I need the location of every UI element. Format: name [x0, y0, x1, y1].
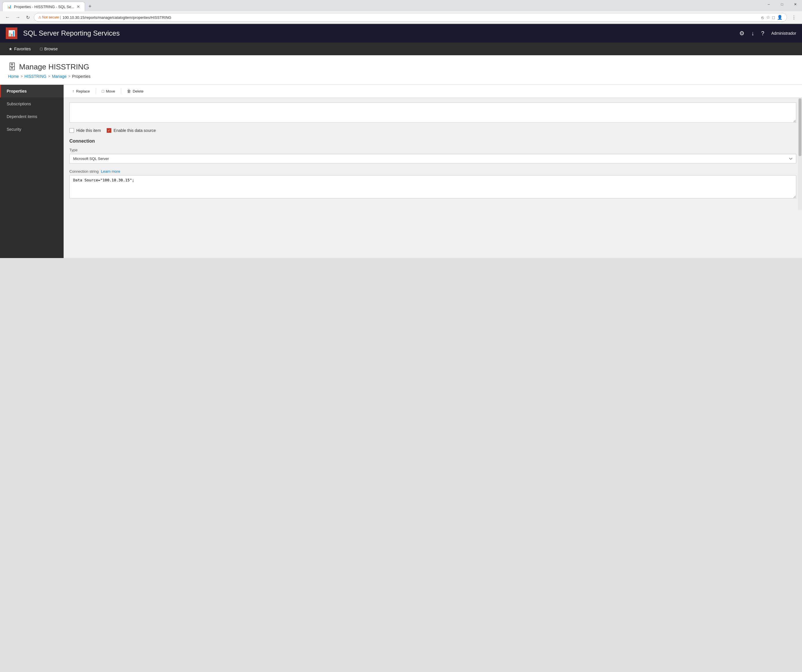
breadcrumb-manage[interactable]: Manage: [52, 74, 67, 79]
connection-string-label-row: Connection string Learn more: [70, 169, 796, 173]
type-form-group: Type Microsoft SQL Server Microsoft Azur…: [70, 148, 796, 164]
connection-string-label: Connection string: [70, 169, 99, 173]
maximize-button[interactable]: □: [775, 0, 789, 9]
content-wrapper: Hide this item ✓ Enable this data source…: [64, 98, 802, 210]
description-textarea[interactable]: [70, 102, 796, 123]
hide-item-label: Hide this item: [76, 128, 101, 133]
tab-close-icon[interactable]: ✕: [77, 4, 80, 9]
security-warning: ⚠ Not secure |: [38, 15, 61, 19]
sidebar-item-dependent-items[interactable]: Dependent items: [0, 110, 64, 123]
minimize-button[interactable]: –: [762, 0, 775, 9]
tab-title: Properties - HISSTRING - SQL Se...: [14, 5, 74, 9]
hide-item-checkbox-label[interactable]: Hide this item: [70, 128, 101, 133]
page-title: Manage HISSTRING: [19, 63, 89, 71]
address-bar[interactable]: ⚠ Not secure | 100.10.30.15/reports/mana…: [34, 13, 787, 22]
delete-icon: 🗑: [127, 89, 131, 94]
connection-string-textarea[interactable]: [70, 175, 796, 198]
browse-icon: □: [40, 47, 42, 51]
active-tab[interactable]: 📊 Properties - HISSTRING - SQL Se... ✕: [2, 2, 85, 11]
sidebar-item-subscriptions[interactable]: Subscriptions: [0, 97, 64, 110]
delete-button[interactable]: 🗑 Delete: [123, 87, 148, 95]
main-layout: Properties Subscriptions Dependent items…: [0, 84, 802, 258]
learn-more-link[interactable]: Learn more: [101, 169, 120, 173]
replace-button[interactable]: ↑ Replace: [68, 87, 94, 95]
app-header-icons: ⚙ ↓ ? Administrador: [739, 30, 797, 37]
app-nav: ★ Favorites □ Browse: [0, 42, 802, 55]
bookmark-icon[interactable]: ☆: [766, 15, 770, 20]
toolbar-sep-2: [121, 88, 121, 94]
browser-menu-button[interactable]: ⋮: [789, 14, 799, 21]
breadcrumb-sep-2: >: [48, 74, 50, 78]
content-area: ↑ Replace □ Move 🗑 Delete: [64, 85, 802, 258]
form-content: Hide this item ✓ Enable this data source…: [64, 98, 802, 210]
nav-item-favorites[interactable]: ★ Favorites: [5, 44, 35, 53]
app-logo: 📊: [6, 28, 17, 39]
address-bar-actions: ⎋ ☆ □ 👤: [761, 15, 783, 20]
favorites-label: Favorites: [14, 47, 31, 51]
scrollbar-thumb[interactable]: [799, 98, 801, 156]
breadcrumb-sep-1: >: [21, 74, 23, 78]
nav-item-browse[interactable]: □ Browse: [36, 44, 62, 53]
logo-icon: 📊: [8, 30, 15, 37]
breadcrumb-hisstring[interactable]: HISSTRING: [24, 74, 46, 79]
browser-controls: ← → ↻ ⚠ Not secure | 100.10.30.15/report…: [0, 11, 802, 24]
scrollbar[interactable]: [798, 98, 802, 210]
sidebar-item-security[interactable]: Security: [0, 123, 64, 136]
move-icon: □: [102, 89, 104, 94]
sidebar: Properties Subscriptions Dependent items…: [0, 85, 64, 258]
enable-datasource-checkbox[interactable]: ✓: [107, 128, 111, 133]
page-title-row: 🗄 Manage HISSTRING: [8, 62, 794, 74]
replace-icon: ↑: [72, 89, 74, 94]
connection-string-group: Connection string Learn more: [70, 169, 796, 199]
share-icon[interactable]: ⎋: [761, 15, 764, 20]
browser-layout-icon[interactable]: □: [772, 15, 775, 20]
delete-label: Delete: [133, 89, 144, 94]
page-title-icon: 🗄: [8, 62, 16, 72]
breadcrumb-sep-3: >: [68, 74, 70, 78]
tab-favicon: 📊: [7, 5, 11, 9]
close-button[interactable]: ✕: [789, 0, 802, 9]
app-title: SQL Server Reporting Services: [23, 29, 734, 37]
user-menu[interactable]: Administrador: [771, 31, 796, 36]
breadcrumb: Home > HISSTRING > Manage > Properties: [8, 74, 794, 84]
reload-button[interactable]: ↻: [24, 14, 32, 21]
back-button[interactable]: ←: [3, 14, 11, 21]
help-icon[interactable]: ?: [761, 30, 765, 37]
replace-label: Replace: [76, 89, 90, 94]
hide-item-checkbox[interactable]: [70, 128, 74, 133]
new-tab-button[interactable]: +: [86, 2, 94, 11]
move-button[interactable]: □ Move: [98, 87, 119, 95]
sidebar-item-properties[interactable]: Properties: [0, 85, 64, 97]
move-label: Move: [106, 89, 115, 94]
breadcrumb-current: Properties: [72, 74, 91, 79]
browse-label: Browse: [44, 47, 58, 51]
warning-icon: ⚠: [38, 15, 41, 19]
breadcrumb-home[interactable]: Home: [8, 74, 19, 79]
url-display: 100.10.30.15/reports/manage/catalogitem/…: [63, 15, 760, 19]
content-toolbar: ↑ Replace □ Move 🗑 Delete: [64, 85, 802, 98]
connection-section-title: Connection: [70, 139, 796, 144]
download-icon[interactable]: ↓: [752, 30, 754, 37]
type-label: Type: [70, 148, 796, 152]
checkbox-row: Hide this item ✓ Enable this data source: [70, 128, 796, 133]
enable-datasource-label: Enable this data source: [114, 128, 156, 133]
profile-icon[interactable]: 👤: [777, 15, 783, 20]
favorites-icon: ★: [9, 47, 13, 51]
settings-icon[interactable]: ⚙: [739, 30, 744, 37]
app-header: 📊 SQL Server Reporting Services ⚙ ↓ ? Ad…: [0, 24, 802, 42]
tab-bar: 📊 Properties - HISSTRING - SQL Se... ✕ +: [0, 0, 802, 11]
enable-datasource-checkbox-label[interactable]: ✓ Enable this data source: [107, 128, 156, 133]
page-content: 🗄 Manage HISSTRING Home > HISSTRING > Ma…: [0, 55, 802, 84]
type-select[interactable]: Microsoft SQL Server Microsoft Azure SQL…: [70, 154, 796, 164]
forward-button[interactable]: →: [14, 14, 22, 21]
